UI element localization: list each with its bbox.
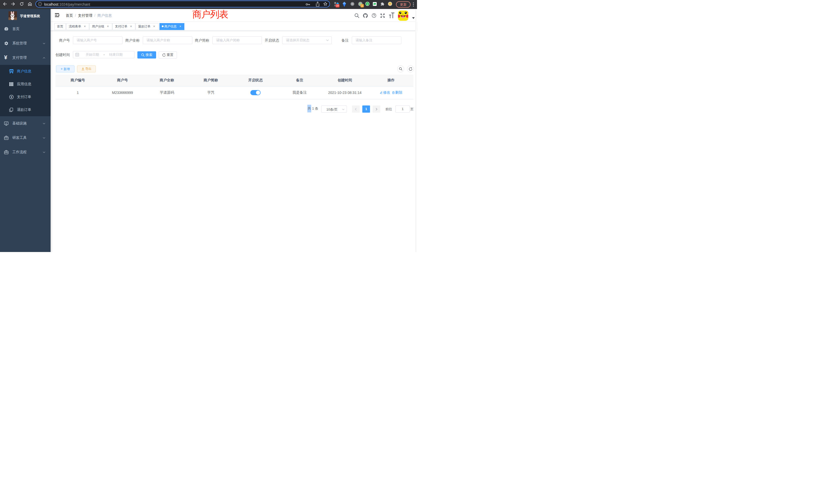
svg-text:⌘: ⌘ [351, 3, 354, 5]
svg-text:y: y [367, 3, 368, 5]
svg-text:¥: ¥ [11, 96, 12, 98]
